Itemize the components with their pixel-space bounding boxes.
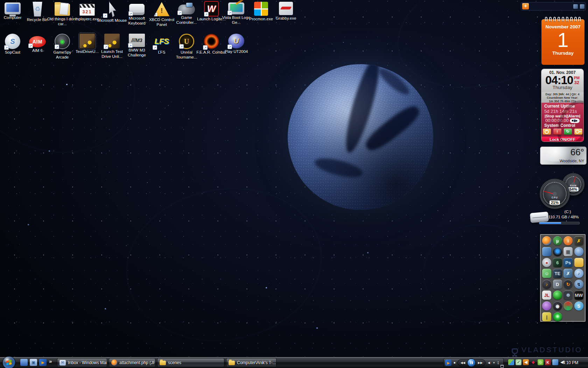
shortcut-arrow-icon: ↗ <box>28 43 33 48</box>
dock-app-icon[interactable]: ♪ <box>574 269 583 278</box>
previous-button[interactable]: ◀◀ <box>459 360 466 366</box>
deskband-spinner[interactable]: ▴ ▾ <box>498 361 499 365</box>
stopwatch-alarm-links[interactable]: |Stop watch||Alarm| <box>541 114 583 118</box>
tray-icon[interactable] <box>552 359 558 365</box>
desktop-icon[interactable]: ↗ F.E.A.R. Combat <box>199 34 224 60</box>
dock-app-icon[interactable]: µ <box>553 236 562 245</box>
weather-gadget[interactable]: 66° Woodside, NY <box>540 146 587 165</box>
dock-app-icon[interactable]: ✗ <box>564 269 573 278</box>
task-button[interactable]: scenes <box>157 358 224 367</box>
dock-app-icon[interactable]: | <box>542 312 551 321</box>
tray-icon[interactable]: K <box>545 359 551 365</box>
wmp-icon: ▶ <box>445 360 451 366</box>
dock-app-icon[interactable] <box>542 301 551 311</box>
restore-window-icon[interactable] <box>500 365 504 368</box>
desktop-icon[interactable]: U ↗ Unreal Tourname... <box>174 34 199 60</box>
gadget-page-icon[interactable] <box>580 4 584 9</box>
dock-app-icon[interactable] <box>553 247 562 256</box>
desktop-icon-art: ◉ ↗ <box>55 34 70 49</box>
dock-app-icon[interactable]: ♪ <box>542 280 551 289</box>
volume-button[interactable]: ◀ <box>486 360 491 366</box>
desktop-icon[interactable]: ↗ Game Controller... <box>174 2 199 27</box>
dock-app-icon[interactable]: D <box>553 280 562 289</box>
tray-icon[interactable]: ◀ <box>523 359 529 365</box>
desktop-icon[interactable]: AIM ↗ AIM 6 <box>25 34 50 60</box>
dock-app-icon[interactable]: MW <box>574 291 583 300</box>
dock-app-icon[interactable] <box>574 258 583 267</box>
drive-gadget[interactable]: (C:) 110.71 GB / 48% <box>528 210 587 229</box>
dock-app-icon[interactable]: ✗ <box>574 236 583 245</box>
dock-app-icon[interactable] <box>564 301 573 311</box>
dock-app-icon[interactable]: TE <box>553 269 562 278</box>
desktop-icon[interactable]: S ↗ SopCast <box>0 34 25 60</box>
taskbar-clock[interactable]: 4:10 PM <box>558 357 583 368</box>
dock-app-icon[interactable]: JL <box>542 291 551 300</box>
dock-app-icon[interactable]: Ps <box>564 258 573 267</box>
clock-gadget[interactable]: 01. Nov. 2007 04:10 PM 32 Thursday Day: … <box>541 69 584 142</box>
desktop-icon[interactable]: ! ↗ XBCD Control Panel <box>149 2 174 27</box>
dock-app-icon[interactable]: ☸ <box>564 291 573 300</box>
desktop-icon[interactable]: ◉ ↗ GameSpy Arcade <box>50 34 75 60</box>
quicklaunch-icon[interactable]: ▣ <box>30 359 37 366</box>
gadget-page-icon[interactable] <box>573 4 578 9</box>
task-button[interactable]: ✉ Inbox - Windows Mail <box>57 358 107 367</box>
tray-icon[interactable]: ✓ <box>516 359 522 365</box>
dock-app-icon[interactable] <box>553 291 562 300</box>
quicklaunch-overflow-chevron[interactable]: » <box>49 358 52 364</box>
next-button[interactable]: ▶▶ <box>477 360 484 366</box>
system-control-button[interactable] <box>543 129 551 135</box>
desktop-icon[interactable]: Procmon.exe <box>249 2 273 27</box>
desktop-icon[interactable]: Computer <box>0 2 25 27</box>
start-button[interactable] <box>2 356 15 368</box>
dock-app-icon[interactable]: ◉ <box>553 301 562 311</box>
dock-app-icon[interactable]: S <box>574 301 583 311</box>
desktop-icon[interactable]: LFS ↗ LFS <box>149 34 174 60</box>
system-control-button[interactable]: ! <box>553 129 561 135</box>
tray-icon[interactable]: ◆ <box>530 359 536 365</box>
dock-app-icon[interactable]: ↯ <box>574 280 583 289</box>
volume-caret[interactable]: ▾ <box>492 360 496 366</box>
desktop-icon-art: LFS ↗ <box>153 34 170 49</box>
desktop-icon[interactable]: ///M3 ↗ BMW M3 Challenge <box>125 34 149 60</box>
meter-gadget[interactable]: RAM 54% CPU 21% <box>532 171 587 210</box>
dock-app-icon[interactable]: ▦ <box>564 247 573 256</box>
calendar-gadget[interactable]: November 2007 1 Thursday <box>541 17 584 65</box>
desktop-icon-art: ♻ <box>31 2 43 16</box>
task-label: Inbox - Windows Mail <box>68 360 107 365</box>
desktop-icon[interactable]: ↗ Microsoft Keyboard <box>125 2 149 27</box>
task-button[interactable]: attachment.php (JP... <box>109 358 155 367</box>
dock-app-icon[interactable] <box>542 236 551 245</box>
dock-app-icon[interactable]: 6 <box>553 258 562 267</box>
task-button[interactable]: Computer\Anik's T-... <box>226 358 276 367</box>
add-gadget-button[interactable]: + <box>522 3 529 9</box>
dock-app-icon[interactable]: ● <box>542 258 551 267</box>
desktop-icon[interactable]: TestDriveU... <box>75 34 99 60</box>
desktop-icon[interactable]: ↗ Vista Boot Logo Ge... <box>224 2 248 27</box>
desktop-icon[interactable]: ↗ Microsoft Mouse <box>100 2 124 27</box>
shortcut-arrow-icon: ↗ <box>103 13 107 18</box>
desktop-icon-art: U ↗ <box>228 34 244 48</box>
desktop-icon[interactable]: U ↗ Play UT2004 <box>224 34 248 60</box>
dock-app-icon[interactable] <box>542 247 551 256</box>
dock-app-icon[interactable]: ☺ <box>542 269 551 278</box>
dock-app-icon[interactable] <box>574 247 583 256</box>
dock-app-icon[interactable] <box>553 312 562 321</box>
quicklaunch-icon[interactable]: ▶ <box>39 359 47 366</box>
desktop-icon[interactable]: W ↗ Launch Logite... <box>199 2 224 27</box>
system-control-button[interactable]: ↻ <box>564 129 572 135</box>
desktop-icon[interactable]: ♻ Recycle Bin <box>25 2 50 27</box>
stopwatch-controls[interactable]: ■▮▶ <box>570 118 579 123</box>
quicklaunch-icon[interactable] <box>20 359 28 366</box>
desktop-icon[interactable]: 321 mplayerc.exe <box>75 2 99 27</box>
desktop-icon[interactable]: Old things I don't car... <box>50 2 75 27</box>
tray-icon[interactable]: ☺ <box>538 359 544 365</box>
desktop-icon[interactable]: Grabby.exe <box>274 2 298 27</box>
dock-app-icon[interactable]: ↻ <box>564 280 573 289</box>
pause-button[interactable] <box>467 359 476 367</box>
desktop-icon[interactable]: ↗ Launch Test Drive Unli... <box>100 34 124 60</box>
tray-icon[interactable] <box>508 359 514 365</box>
task-app-icon <box>160 361 166 365</box>
dock-app-icon[interactable]: i <box>564 236 573 245</box>
system-control-button[interactable] <box>574 129 582 135</box>
stop-button[interactable]: ■ <box>453 360 456 366</box>
